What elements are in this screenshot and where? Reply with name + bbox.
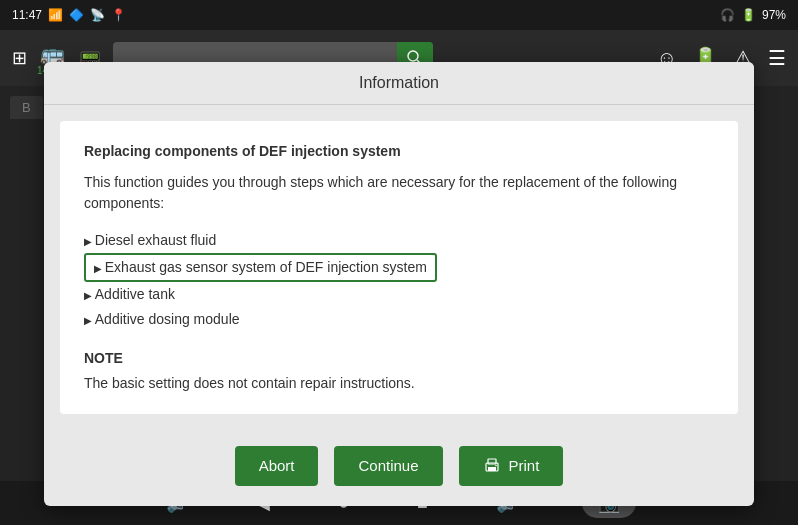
status-bar-right: 🎧 🔋 97% [720,8,786,22]
component-item-2-highlighted: Exhaust gas sensor system of DEF injecti… [84,253,437,282]
modal-footer: Abort Continue Print [44,430,754,506]
headphone-icon: 🎧 [720,8,735,22]
modal-title: Information [359,74,439,91]
time-display: 11:47 [12,8,42,22]
svg-point-5 [495,464,497,466]
bluetooth-icon: 🔷 [69,8,84,22]
modal-dialog: Information Replacing components of DEF … [44,62,754,506]
grid-icon[interactable]: ⊞ [12,47,27,69]
modal-overlay: Information Replacing components of DEF … [0,86,798,481]
component-list: Diesel exhaust fluid Exhaust gas sensor … [84,228,714,332]
print-icon [483,457,501,475]
sim-icon: 📶 [48,8,63,22]
svg-point-0 [408,51,418,61]
component-item-1: Diesel exhaust fluid [84,228,714,253]
status-bar-left: 11:47 📶 🔷 📡 📍 [12,8,126,22]
note-section: NOTE The basic setting does not contain … [84,348,714,394]
battery-percent: 97% [762,8,786,22]
main-content: B Information Replacing components of DE… [0,86,798,481]
component-item-3: Additive tank [84,282,714,307]
car-icon: 🚌 [40,41,65,65]
print-button[interactable]: Print [459,446,564,486]
note-label: NOTE [84,348,714,369]
status-bar: 11:47 📶 🔷 📡 📍 🎧 🔋 97% [0,0,798,30]
svg-rect-3 [488,467,496,471]
continue-button[interactable]: Continue [334,446,442,486]
modal-header: Information [44,62,754,105]
modal-body: Replacing components of DEF injection sy… [60,121,738,414]
intro-text: This function guides you through steps w… [84,172,714,214]
menu-icon[interactable]: ☰ [768,46,786,70]
battery-icon: 🔋 [741,8,756,22]
abort-button[interactable]: Abort [235,446,319,486]
gps-icon: 📍 [111,8,126,22]
wifi-icon: 📡 [90,8,105,22]
content-title: Replacing components of DEF injection sy… [84,141,714,162]
component-item-4: Additive dosing module [84,307,714,332]
note-text: The basic setting does not contain repai… [84,373,714,394]
